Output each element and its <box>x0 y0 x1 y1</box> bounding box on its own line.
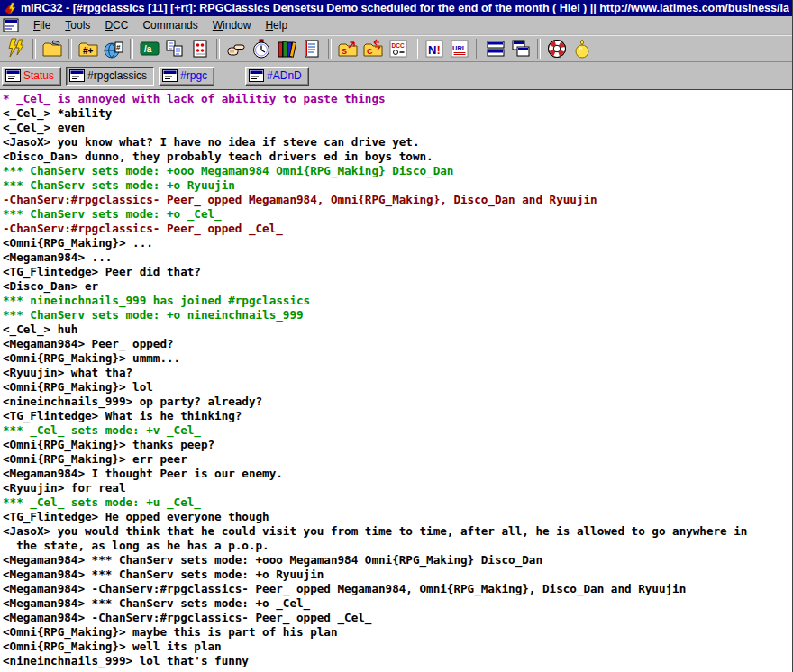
options-icon <box>42 39 62 59</box>
svg-text:!: ! <box>437 43 441 57</box>
popups-icon <box>165 39 185 59</box>
chat-line: <TG_Flintedge> Peer did that? <box>3 265 792 279</box>
channel-window-icon[interactable] <box>3 18 21 32</box>
toolbar-separator <box>130 39 133 59</box>
menu-bar: FileToolsDCCCommandsWindowHelp <box>0 16 792 35</box>
chat-line: *** ChanServ sets mode: +o nineinchnails… <box>3 308 792 322</box>
help-icon <box>547 39 567 59</box>
cascade-windows-button[interactable] <box>509 38 533 59</box>
menu-file[interactable]: File <box>26 17 58 33</box>
chat-line: *** nineinchnails_999 has joined #rpgcla… <box>3 294 792 308</box>
toolbar-separator <box>216 39 220 59</box>
options-button[interactable] <box>41 38 64 59</box>
chat-line: <Megaman984> *** ChanServ sets mode: +o … <box>3 596 792 611</box>
toolbar-separator <box>476 39 479 59</box>
connect-icon <box>5 38 27 59</box>
chat-line: <TG_Flintedge> He opped everyone though <box>3 510 792 524</box>
chat-line: <JasoX> you know what? I have no idea if… <box>3 135 792 150</box>
chat-line: <Disco_Dan> er <box>3 279 792 294</box>
clock-button[interactable] <box>250 38 273 59</box>
chat-line: <Megaman984> *** ChanServ sets mode: +oo… <box>3 553 792 568</box>
title-bar: mIRC32 - [#rpgclassics [11] [+rt]: RPGCl… <box>0 0 792 16</box>
chat-line: *** ChanServ sets mode: +ooo Megaman984 … <box>3 164 792 178</box>
remote-icon <box>190 39 210 59</box>
chat-line: -ChanServ:#rpgclassics- Peer_ opped Mega… <box>3 193 792 207</box>
popups-button[interactable] <box>163 38 187 59</box>
switchbar-button-status[interactable]: Status <box>2 67 61 86</box>
address-book-button[interactable] <box>275 38 298 59</box>
menu-commands[interactable]: Commands <box>135 17 205 33</box>
switchbar-button-adnd[interactable]: #ADnD <box>245 67 309 86</box>
chat-log[interactable]: * _Cel_ is annoyed with lack of abilitiy… <box>0 89 792 672</box>
tile-windows-button[interactable] <box>484 38 507 59</box>
menu-window[interactable]: Window <box>205 17 259 33</box>
chat-line: <Megaman984> Peer_ opped? <box>3 337 792 351</box>
chat-line: <nineinchnails_999> op party? already? <box>3 395 792 409</box>
channels-folder-button[interactable]: #+ <box>77 38 100 59</box>
chat-line: <JasoX> you would think that he could vi… <box>3 524 792 539</box>
chat-line: <_Cel_> *ability <box>3 106 792 121</box>
url-button[interactable]: URL <box>448 38 471 59</box>
dcc-options-button[interactable]: DCC <box>387 38 410 59</box>
notepad-button[interactable] <box>300 38 324 59</box>
chat-line: <Ryuujin> what tha? <box>3 366 792 380</box>
switchbar-button-rpgclassics[interactable]: #rpgclassics <box>66 67 154 86</box>
chat-line: <Omni{RPG_Making}> err peer <box>3 452 792 467</box>
toolbar-separator <box>32 39 36 59</box>
svg-text:URL: URL <box>452 44 467 52</box>
chat-line: <TG_Flintedge> What is he thinking? <box>3 409 792 423</box>
window-title: mIRC32 - [#rpgclassics [11] [+rt]: RPGCl… <box>21 2 789 14</box>
chat-line: <Omni{RPG_Making}> ... <box>3 236 792 250</box>
dcc-options-icon: DCC <box>388 39 408 59</box>
dcc-chat-button[interactable]: C <box>361 38 385 59</box>
svg-text:N: N <box>428 43 436 57</box>
chat-line: the state, as long as he has a p.o.p. <box>3 539 792 553</box>
svg-text:C: C <box>367 47 373 56</box>
dcc-send-button[interactable]: S <box>336 38 360 59</box>
dcc-send-icon: S <box>338 39 358 59</box>
switchbar-button-label: Status <box>23 69 54 82</box>
finger-button[interactable] <box>224 38 248 59</box>
svg-text:#: # <box>116 43 121 51</box>
hint-button[interactable] <box>570 38 594 59</box>
aliases-button[interactable]: /a <box>138 38 161 59</box>
chat-line: *** ChanServ sets mode: +o _Cel_ <box>3 207 792 222</box>
finger-icon <box>226 39 246 59</box>
list-channels-icon: # <box>104 39 123 59</box>
chat-line: <Omni{RPG_Making}> thanks peep? <box>3 438 792 452</box>
news-button[interactable]: N! <box>423 38 446 59</box>
svg-text:DCC: DCC <box>392 42 405 49</box>
menu-tools[interactable]: Tools <box>58 17 97 33</box>
chat-line: <Omni{RPG_Making}> lol <box>3 380 792 395</box>
help-button[interactable] <box>545 38 569 59</box>
menu-help[interactable]: Help <box>258 17 295 33</box>
mirc-window: mIRC32 - [#rpgclassics [11] [+rt]: RPGCl… <box>0 0 793 672</box>
list-channels-button[interactable]: # <box>102 38 125 59</box>
chat-line: <_Cel_> even <box>3 121 792 135</box>
mirc-app-icon[interactable] <box>3 2 17 15</box>
window-icon <box>69 69 85 82</box>
switchbar-button-rpgc[interactable]: #rpgc <box>159 67 214 86</box>
cascade-windows-icon <box>511 39 531 59</box>
window-icon <box>249 69 264 82</box>
window-icon <box>162 69 178 82</box>
notepad-icon <box>302 39 322 59</box>
menu-dcc[interactable]: DCC <box>97 17 135 33</box>
chat-line: <Omni{RPG_Making}> well its plan <box>3 640 792 654</box>
chat-line: <Ryuujin> for real <box>3 481 792 495</box>
toolbar-separator <box>68 39 72 59</box>
chat-line: <nineinchnails_999> lol that's funny <box>3 654 792 668</box>
remote-button[interactable] <box>188 38 212 59</box>
connect-button[interactable] <box>5 38 28 59</box>
chat-line: <Megaman984> -ChanServ:#rpgclassics- Pee… <box>3 611 792 625</box>
chat-line: *** _Cel_ sets mode: +u _Cel_ <box>3 495 792 510</box>
dcc-chat-icon: C <box>363 39 383 59</box>
chat-line: <Omni{RPG_Making}> maybe this is part of… <box>3 625 792 640</box>
switchbar: Status#rpgclassics#rpgc#ADnD <box>0 62 792 89</box>
chat-line: <Omni{RPG_Making}> ummm... <box>3 351 792 366</box>
svg-text:S: S <box>342 47 347 56</box>
toolbar-separator <box>415 39 418 59</box>
chat-line: -ChanServ:#rpgclassics- Peer_ opped _Cel… <box>3 222 792 236</box>
address-book-icon <box>277 39 296 59</box>
switchbar-button-label: #rpgclassics <box>87 69 147 82</box>
